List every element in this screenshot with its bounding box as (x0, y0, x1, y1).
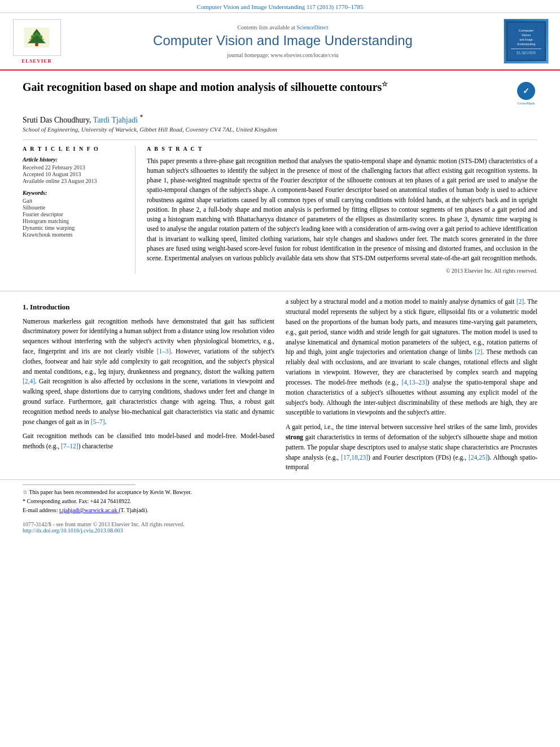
svg-point-5 (32, 34, 33, 36)
abstract-text: This paper presents a three-phase gait r… (147, 156, 537, 264)
keyword-2: Silhouette (23, 204, 127, 211)
journal-citation-bar: Computer Vision and Image Understanding … (0, 0, 560, 13)
star-footnote: ☆ (382, 80, 388, 88)
email-attribution: (T. Tjahjadi). (119, 507, 148, 513)
article-title-text: Gait recognition based on shape and moti… (23, 81, 382, 93)
footer-left: 1077-3142/$ - see front matter © 2013 El… (23, 521, 185, 534)
author-2-link[interactable]: Tardi Tjahjadi (93, 116, 138, 124)
cover-art-icon: Computer Vision and Image Understanding … (506, 21, 546, 61)
body-right-para-2: A gait period, i.e., the time interval b… (286, 422, 537, 473)
history-heading: Article history: (23, 156, 127, 163)
svg-point-8 (42, 38, 43, 40)
ref-4-13-23[interactable]: [4,13–23] (401, 379, 427, 386)
journal-header: ELSEVIER Contents lists available at Sci… (0, 13, 560, 71)
crossmark-label: CrossMark (517, 101, 535, 106)
article-title-block: Gait recognition based on shape and moti… (23, 80, 509, 94)
svg-point-6 (40, 34, 42, 36)
online-date: Available online 23 August 2013 (23, 178, 127, 184)
footer-issn: 1077-3142/$ - see front matter © 2013 El… (23, 521, 185, 527)
svg-text:ELSEVIER: ELSEVIER (517, 51, 536, 55)
ref-5-7[interactable]: [5–7] (91, 418, 105, 425)
doi-link[interactable]: http://dx.doi.org/10.1016/j.cviu.2013.08… (23, 527, 123, 534)
footnote-corresponding: * Corresponding author. Fax: +44 24 7641… (23, 497, 537, 505)
article-history: Article history: Received 22 February 20… (23, 156, 127, 184)
abstract-label: A B S T R A C T (147, 146, 537, 152)
keywords-list: Gait Silhouette Fourier descriptor Histo… (23, 198, 127, 238)
article-info-abstract-section: A R T I C L E I N F O Article history: R… (23, 139, 537, 274)
intro-paragraph-1: Numerous markerless gait recognition met… (23, 317, 274, 427)
elsevier-tree-icon (20, 25, 54, 50)
svg-text:and Image: and Image (519, 38, 533, 41)
introduction-heading: 1. Introduction (23, 302, 274, 313)
authors-line: Sruti Das Choudhury, Tardi Tjahjadi * (23, 113, 537, 125)
article-title: Gait recognition based on shape and moti… (23, 80, 509, 94)
elsevier-brand-text: ELSEVIER (21, 58, 52, 64)
footnote-section: ☆ This paper has been recommended for ac… (0, 479, 560, 518)
abstract-column: A B S T R A C T This paper presents a th… (147, 146, 537, 274)
intro-paragraph-2: Gait recognition methods can be classifi… (23, 431, 274, 452)
body-columns: 1. Introduction Numerous markerless gait… (0, 297, 560, 477)
keyword-4: Histogram matching (23, 218, 127, 224)
received-date: Received 22 February 2013 (23, 164, 127, 171)
strong-gait: strong (286, 434, 303, 440)
svg-text:Computer: Computer (519, 29, 533, 32)
ref-2-4[interactable]: [2,4] (23, 378, 35, 385)
elsevier-logo-section: ELSEVIER (11, 19, 62, 64)
contents-label: Contents lists available at (237, 24, 296, 30)
ref-7-12[interactable]: [7–12] (61, 443, 78, 449)
keywords-heading: Keywords: (23, 190, 127, 196)
article-info-column: A R T I C L E I N F O Article history: R… (23, 146, 135, 274)
keyword-5: Dynamic time warping (23, 225, 127, 231)
crossmark-icon: ✓ (517, 82, 535, 100)
journal-cover-logo: Computer Vision and Image Understanding … (504, 19, 549, 64)
journal-cover-image: Computer Vision and Image Understanding … (504, 19, 549, 64)
crossmark-badge[interactable]: ✓ CrossMark (515, 82, 537, 106)
accepted-date: Accepted 10 August 2013 (23, 171, 127, 177)
article-title-section: Gait recognition based on shape and moti… (23, 80, 537, 110)
journal-center-content: Contents lists available at ScienceDirec… (68, 24, 498, 58)
footer-doi: http://dx.doi.org/10.1016/j.cviu.2013.08… (23, 527, 185, 534)
elsevier-logo-box (13, 19, 61, 56)
article-info-label: A R T I C L E I N F O (23, 146, 127, 152)
affiliation-text: School of Engineering, University of War… (23, 126, 537, 133)
ref-1-3[interactable]: [1–3] (157, 348, 171, 355)
svg-text:Understanding: Understanding (517, 42, 536, 46)
footnote-email: E-mail address: t.tjahjadi@warwick.ac.uk… (23, 506, 537, 514)
article-main: Gait recognition based on shape and moti… (0, 71, 560, 285)
journal-citation: Computer Vision and Image Understanding … (197, 3, 364, 10)
sciencedirect-line: Contents lists available at ScienceDirec… (68, 24, 498, 30)
keywords-section: Keywords: Gait Silhouette Fourier descri… (23, 190, 127, 238)
journal-homepage: journal homepage: www.elsevier.com/locat… (68, 52, 498, 58)
svg-rect-15 (511, 49, 541, 49)
ref-17-18-23[interactable]: [17,18,23] (341, 454, 368, 461)
section-divider (0, 291, 560, 291)
intro-number: 1. (23, 303, 28, 311)
email-label: E-mail address: (23, 507, 58, 513)
intro-title: Introduction (30, 303, 70, 311)
corresponding-marker: * (140, 113, 143, 121)
body-right-column: a subject by a structural model and a mo… (286, 297, 537, 477)
journal-title: Computer Vision and Image Understanding (68, 33, 498, 49)
ref-2a[interactable]: [2] (517, 298, 524, 305)
svg-text:Vision: Vision (522, 33, 531, 37)
keyword-1: Gait (23, 198, 127, 204)
email-link[interactable]: t.tjahjadi@warwick.ac.uk (59, 507, 119, 513)
svg-point-7 (30, 38, 32, 40)
keyword-6: Krawtchouk moments (23, 231, 127, 238)
email-address: t.tjahjadi@warwick.ac.uk (59, 507, 117, 513)
footnote-divider (23, 484, 135, 485)
sciencedirect-link[interactable]: ScienceDirect (296, 24, 328, 30)
keyword-3: Fourier descriptor (23, 211, 127, 217)
body-right-para-1: a subject by a structural model and a mo… (286, 297, 537, 418)
body-left-column: 1. Introduction Numerous markerless gait… (23, 297, 274, 477)
copyright-line: © 2013 Elsevier Inc. All rights reserved… (147, 268, 537, 274)
footnote-star: ☆ This paper has been recommended for ac… (23, 488, 537, 496)
footer-bar: 1077-3142/$ - see front matter © 2013 El… (0, 518, 560, 537)
ref-24-25[interactable]: [24,25] (469, 454, 488, 461)
author-1: Sruti Das Choudhury, (23, 116, 93, 124)
ref-2b[interactable]: [2] (475, 348, 482, 355)
